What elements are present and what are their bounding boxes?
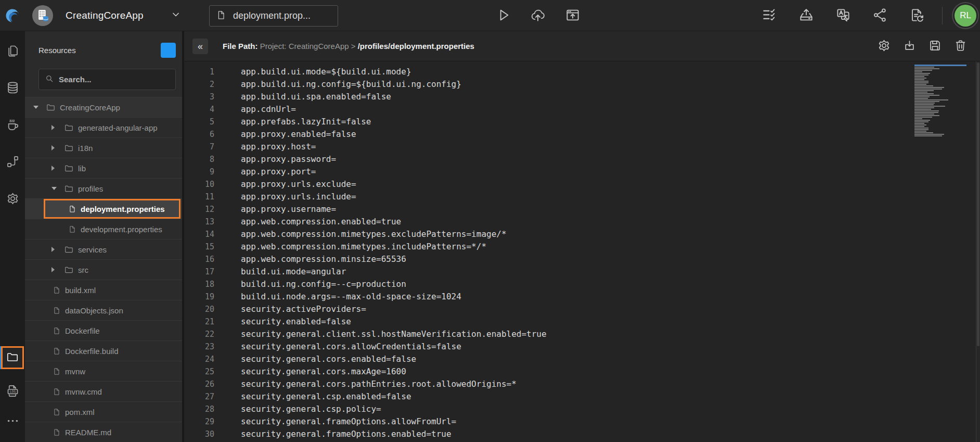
tree-item-i18n[interactable]: i18n bbox=[25, 137, 182, 158]
caret-right-icon[interactable] bbox=[51, 145, 64, 150]
tree-item-development.properties[interactable]: development.properties bbox=[25, 219, 182, 239]
chevron-down-icon[interactable] bbox=[171, 9, 181, 22]
open-file-tab[interactable]: deployment.prop... bbox=[209, 5, 338, 27]
code-line[interactable]: security.general.csp.policy= bbox=[241, 403, 547, 415]
rail-item-more[interactable] bbox=[6, 414, 20, 430]
export-button[interactable] bbox=[798, 7, 814, 24]
code-line[interactable]: security.general.cors.maxAge=1600 bbox=[241, 365, 547, 378]
code-line[interactable]: app.web.compression.mimetypes.excludePat… bbox=[241, 228, 547, 241]
rail-item-apis[interactable] bbox=[6, 155, 20, 170]
scrollbar-thumb[interactable] bbox=[977, 62, 979, 346]
tree-item-Dockerfile.build[interactable]: Dockerfile.build bbox=[25, 340, 182, 361]
code-line[interactable]: app.proxy.username= bbox=[241, 203, 547, 216]
code-line[interactable]: security.general.client.ssl.hostNameVeri… bbox=[241, 328, 547, 340]
tree-item-CreatingCoreApp[interactable]: CreatingCoreApp bbox=[25, 97, 182, 117]
file-settings-button[interactable] bbox=[877, 39, 891, 54]
tree-item-mvnw.cmd[interactable]: mvnw.cmd bbox=[25, 381, 182, 401]
code-line[interactable]: app.proxy.password= bbox=[241, 153, 547, 166]
save-file-button[interactable] bbox=[928, 39, 942, 54]
caret-down-icon[interactable] bbox=[51, 187, 64, 190]
code-line[interactable]: security.general.cors.pathEntries.root.a… bbox=[241, 378, 547, 390]
user-avatar[interactable]: RL bbox=[955, 5, 976, 27]
minimap[interactable] bbox=[914, 65, 973, 137]
minimap-line bbox=[914, 113, 934, 115]
code-line[interactable]: security.enabled=false bbox=[241, 315, 547, 328]
tree-item-dataObjects.json[interactable]: dataObjects.json bbox=[25, 300, 182, 320]
svg-text:LOG: LOG bbox=[9, 389, 16, 393]
caret-down-icon[interactable] bbox=[33, 106, 46, 109]
search-input[interactable] bbox=[59, 75, 170, 84]
code-line[interactable]: build.ui.mode=angular bbox=[241, 266, 547, 278]
minimap-line bbox=[914, 76, 924, 77]
tree-item-generated-angular-app[interactable]: generated-angular-app bbox=[25, 117, 182, 137]
code-line[interactable]: app.web.compression.enabled=true bbox=[241, 216, 547, 228]
folder-icon bbox=[6, 350, 19, 365]
preview-button[interactable] bbox=[565, 7, 581, 24]
code-line[interactable]: security.general.frameOptions.enabled=tr… bbox=[241, 428, 547, 440]
download-file-button[interactable] bbox=[902, 39, 917, 54]
collapse-panel-button[interactable]: « bbox=[192, 39, 208, 54]
code-line[interactable]: build.ui.ng.config=--c=production bbox=[241, 278, 547, 291]
tree-item-pom.xml[interactable]: pom.xml bbox=[25, 401, 182, 422]
code-line[interactable]: app.proxy.enabled=false bbox=[241, 128, 547, 141]
code-line[interactable]: app.cdnUrl= bbox=[241, 103, 547, 116]
minimap-line bbox=[914, 82, 929, 83]
tree-item-deployment.properties[interactable]: deployment.properties bbox=[25, 198, 182, 219]
tree-item-build.xml[interactable]: build.xml bbox=[25, 280, 182, 300]
minimap-line bbox=[914, 121, 929, 122]
localization-button[interactable] bbox=[835, 7, 851, 24]
rail-item-databases[interactable] bbox=[6, 81, 20, 96]
tree-item-profiles[interactable]: profiles bbox=[25, 178, 182, 198]
rail-item-logs[interactable]: LOG bbox=[6, 384, 20, 399]
file-icon bbox=[53, 286, 61, 295]
rail-item-java-services[interactable] bbox=[6, 118, 20, 133]
code-line[interactable]: app.build.ui.mode=${build.ui.mode} bbox=[241, 66, 547, 78]
code-area[interactable]: 1234567891011121314151617181920212223242… bbox=[184, 61, 980, 442]
minimap-line bbox=[914, 109, 931, 110]
tree-item-Dockerfile[interactable]: Dockerfile bbox=[25, 320, 182, 340]
minimap-line bbox=[914, 104, 934, 105]
code-line[interactable]: build.ui.node.args=--max-old-space-size=… bbox=[241, 291, 547, 303]
run-button[interactable] bbox=[495, 7, 511, 24]
wavemaker-logo-icon[interactable] bbox=[0, 0, 25, 31]
tree-item-README.md[interactable]: README.md bbox=[25, 422, 182, 442]
caret-right-icon[interactable] bbox=[51, 166, 64, 171]
code-line[interactable]: security.general.cors.enabled=false bbox=[241, 353, 547, 365]
resources-searchbox bbox=[38, 69, 176, 90]
vertical-scrollbar[interactable] bbox=[976, 61, 980, 442]
caret-right-icon[interactable] bbox=[51, 267, 64, 272]
caret-right-icon[interactable] bbox=[51, 247, 64, 252]
tree-item-mvnw[interactable]: mvnw bbox=[25, 361, 182, 381]
rail-bottom-group: LOG bbox=[1, 346, 24, 442]
editor-header: « File Path: Project: CreatingCoreApp > … bbox=[184, 31, 980, 61]
tree-item-src[interactable]: src bbox=[25, 259, 182, 280]
minimap-line bbox=[914, 129, 929, 130]
code-line[interactable]: app.build.ui.ng.config=${build.ui.ng.con… bbox=[241, 78, 547, 91]
vcs-button[interactable] bbox=[872, 7, 888, 24]
add-resource-button[interactable] bbox=[161, 43, 176, 58]
code-line[interactable]: app.proxy.port= bbox=[241, 166, 547, 178]
code-line[interactable]: app.build.ui.spa.enabled=false bbox=[241, 91, 547, 103]
checklist-button[interactable] bbox=[762, 7, 777, 24]
code-line[interactable]: app.prefabs.lazyInit=false bbox=[241, 116, 547, 128]
file-sync-button[interactable] bbox=[909, 7, 925, 24]
rail-item-pages[interactable] bbox=[6, 44, 20, 59]
code-line[interactable]: security.activeProviders= bbox=[241, 303, 547, 315]
code-line[interactable]: app.proxy.host= bbox=[241, 141, 547, 153]
code-line[interactable]: security.general.cors.allowCredentials=f… bbox=[241, 340, 547, 353]
code-line[interactable]: app.web.compression.mimetypes.includePat… bbox=[241, 241, 547, 253]
code-line[interactable]: security.general.frameOptions.allowFromU… bbox=[241, 415, 547, 428]
project-switcher[interactable]: CreatingCoreApp bbox=[32, 5, 181, 26]
tree-item-lib[interactable]: lib bbox=[25, 158, 182, 178]
code-line[interactable]: app.proxy.urls.include= bbox=[241, 191, 547, 203]
caret-right-icon[interactable] bbox=[51, 125, 64, 130]
delete-file-button[interactable] bbox=[953, 39, 968, 54]
rail-item-settings[interactable] bbox=[6, 192, 20, 207]
code-line[interactable]: app.web.compression.minsize=65536 bbox=[241, 253, 547, 266]
deploy-button[interactable] bbox=[530, 7, 546, 24]
tree-item-services[interactable]: services bbox=[25, 239, 182, 259]
rail-item-file-explorer[interactable] bbox=[1, 346, 24, 369]
code-line[interactable]: security.general.csp.enabled=false bbox=[241, 390, 547, 403]
code-line[interactable]: app.proxy.urls.exclude= bbox=[241, 178, 547, 191]
line-number: 5 bbox=[184, 116, 214, 128]
